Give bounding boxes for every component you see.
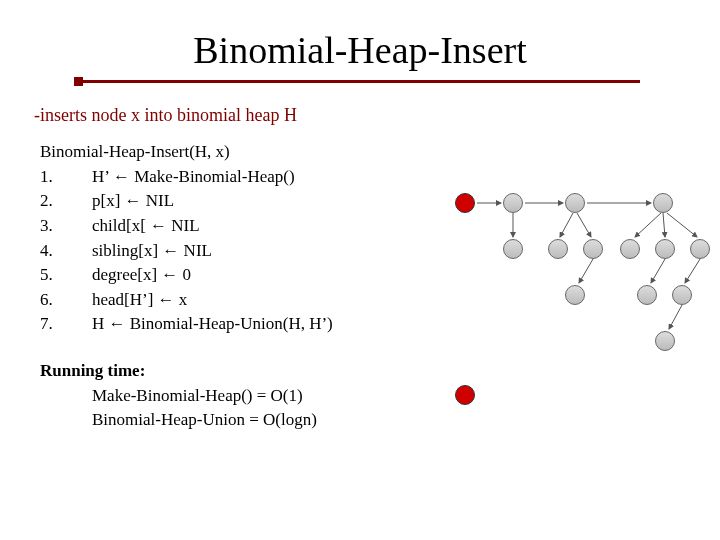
step-num: 6.: [40, 288, 92, 313]
svg-line-10: [651, 259, 665, 283]
heap-node: [503, 239, 523, 259]
step-num: 5.: [40, 263, 92, 288]
heap-node: [620, 239, 640, 259]
heap-node: [583, 239, 603, 259]
svg-line-6: [579, 259, 593, 283]
svg-line-9: [667, 213, 697, 237]
step-num: 2.: [40, 189, 92, 214]
heap-node: [565, 193, 585, 213]
svg-line-7: [635, 213, 661, 237]
heap-node: [655, 331, 675, 351]
svg-line-4: [560, 213, 573, 237]
heap-node: [690, 239, 710, 259]
binomial-heap-diagram: [455, 185, 720, 445]
heap-node-red: [455, 385, 475, 405]
heap-node: [655, 239, 675, 259]
heap-node: [565, 285, 585, 305]
svg-line-8: [663, 213, 665, 237]
heap-node: [672, 285, 692, 305]
diagram-edges: [455, 185, 720, 445]
heap-node: [637, 285, 657, 305]
step-num: 1.: [40, 165, 92, 190]
step-num: 3.: [40, 214, 92, 239]
title-underline: [80, 80, 640, 83]
heap-node-red: [455, 193, 475, 213]
svg-line-12: [669, 305, 682, 329]
heap-node: [503, 193, 523, 213]
svg-line-11: [685, 259, 700, 283]
step-num: 4.: [40, 239, 92, 264]
step-num: 7.: [40, 312, 92, 337]
slide-title: Binomial-Heap-Insert: [0, 28, 720, 72]
heap-node: [653, 193, 673, 213]
function-header: Binomial-Heap-Insert(H, x): [40, 140, 720, 165]
subtitle: -inserts node x into binomial heap H: [34, 105, 720, 126]
heap-node: [548, 239, 568, 259]
svg-line-5: [577, 213, 591, 237]
